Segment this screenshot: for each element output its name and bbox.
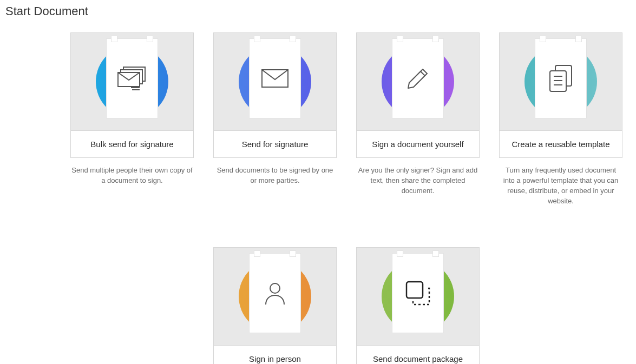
envelope-icon <box>261 69 289 88</box>
card-sign-in-person[interactable]: Sign in person <box>213 247 337 364</box>
card-sign-yourself-wrap: Sign a document yourself Are you the onl… <box>356 32 480 206</box>
card-reusable-template-wrap: Create a reusable template Turn any freq… <box>499 32 622 206</box>
card-label: Bulk send for signature <box>71 130 193 157</box>
card-label: Sign a document yourself <box>357 130 479 157</box>
svg-rect-13 <box>406 282 423 298</box>
card-label: Send document package <box>357 345 479 364</box>
card-reusable-template[interactable]: Create a reusable template <box>499 32 622 158</box>
card-desc: Send multiple people their own copy of a… <box>70 166 194 186</box>
svg-point-12 <box>270 283 280 293</box>
card-desc: Turn any frequently used document into a… <box>499 166 622 206</box>
card-label: Sign in person <box>214 345 336 364</box>
svg-line-6 <box>421 71 425 76</box>
pencil-icon <box>406 67 430 90</box>
card-desc: Send documents to be signed by one or mo… <box>213 166 337 186</box>
card-send-signature-wrap: Send for signature Send documents to be … <box>213 32 337 206</box>
card-bulk-send[interactable]: Bulk send for signature <box>70 32 194 158</box>
card-bulk-send-wrap: Bulk send for signature Send multiple pe… <box>70 32 194 206</box>
envelopes-stack-icon <box>117 66 147 91</box>
person-icon <box>263 281 287 306</box>
package-icon <box>404 280 431 307</box>
card-grid: Bulk send for signature Send multiple pe… <box>5 32 631 364</box>
card-document-package[interactable]: Send document package <box>356 247 480 364</box>
card-label: Create a reusable template <box>500 130 622 157</box>
card-sign-in-person-wrap: Sign in person <box>213 247 337 364</box>
card-send-signature[interactable]: Send for signature <box>213 32 337 158</box>
documents-icon <box>548 64 574 92</box>
card-sign-yourself[interactable]: Sign a document yourself <box>356 32 480 158</box>
page-title: Start Document <box>5 4 631 18</box>
card-desc: Are you the only signer? Sign and add te… <box>356 166 480 196</box>
card-document-package-wrap: Send document package <box>356 247 480 364</box>
card-label: Send for signature <box>214 130 336 157</box>
